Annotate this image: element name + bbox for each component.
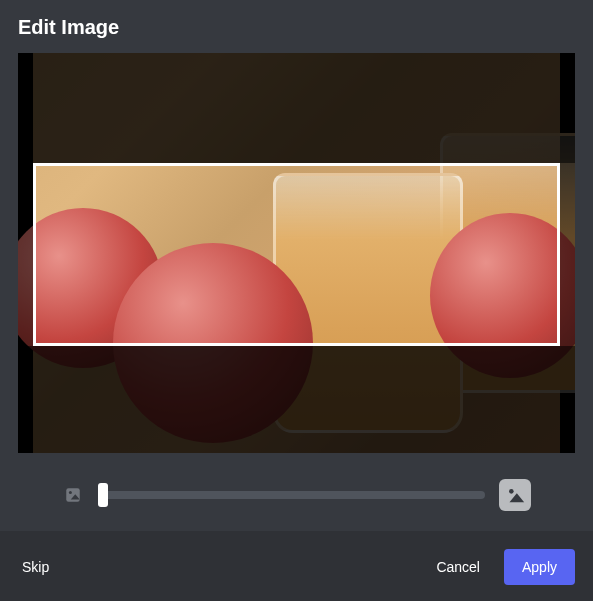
crop-overlay-bottom <box>18 346 575 453</box>
cancel-button[interactable]: Cancel <box>420 549 496 585</box>
crop-selection-preview <box>33 163 560 346</box>
apply-button[interactable]: Apply <box>504 549 575 585</box>
zoom-out-image-icon <box>62 484 84 506</box>
image-canvas[interactable] <box>18 53 575 453</box>
zoom-controls <box>0 453 593 531</box>
zoom-slider-thumb[interactable] <box>98 483 108 507</box>
image-editor <box>0 53 593 453</box>
modal-title: Edit Image <box>18 16 575 39</box>
svg-rect-0 <box>66 488 80 502</box>
zoom-slider[interactable] <box>98 491 485 499</box>
edit-image-modal: Edit Image <box>0 0 593 601</box>
svg-point-1 <box>69 491 72 494</box>
modal-footer: Skip Cancel Apply <box>0 531 593 601</box>
crop-overlay-top <box>18 53 575 163</box>
skip-button[interactable]: Skip <box>18 553 53 581</box>
modal-header: Edit Image <box>0 0 593 53</box>
zoom-in-image-icon <box>499 479 531 511</box>
svg-point-2 <box>509 489 514 494</box>
